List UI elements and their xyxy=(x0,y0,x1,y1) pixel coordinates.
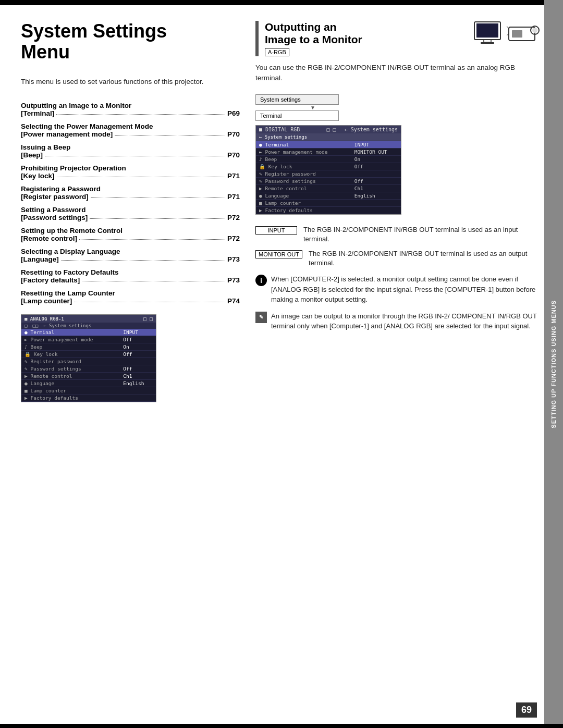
screenshot-right-logo: ■ DIGITAL RGB xyxy=(259,127,300,132)
toc-item: Outputting an Image to a Monitor[Termina… xyxy=(21,102,240,117)
header-accent xyxy=(255,21,259,56)
screenshot-left-table: ● TerminalINPUT► Power management modeOf… xyxy=(21,329,156,402)
toc-item: Prohibiting Projector Operation[Key lock… xyxy=(21,164,240,180)
toc-item: Issuing a Beep[Beep]P70 xyxy=(21,143,240,159)
table-row: ✎ Register password xyxy=(21,358,156,365)
table-row: ✎ Password settingsOff xyxy=(256,177,401,184)
table-row: ● LanguageEnglish xyxy=(256,192,401,199)
table-row: ■ Lamp counter xyxy=(21,387,156,394)
screenshot-right-titlebar: ■ DIGITAL RGB □ □ ← System settings xyxy=(256,126,401,133)
note-box: iWhen [COMPUTER-2] is selected, a monito… xyxy=(255,274,542,305)
table-row: ▶ Remote controlCh1 xyxy=(256,184,401,192)
svg-line-8 xyxy=(507,26,509,29)
table-row: ● LanguageEnglish xyxy=(21,380,156,387)
bottom-bar xyxy=(0,724,563,728)
intro-text: This menu is used to set various functio… xyxy=(21,77,240,87)
notes-area: iWhen [COMPUTER-2] is selected, a monito… xyxy=(255,274,542,331)
right-header: Outputting an Image to a Monitor A-RGB xyxy=(255,21,542,56)
screenshot-menubar: □ □□ ← System settings xyxy=(21,323,156,329)
warning-icon: i xyxy=(255,275,267,286)
page-title: System Settings Menu xyxy=(21,21,240,62)
table-row: ✎ Register password xyxy=(256,170,401,177)
table-row: ► Power management modeOff xyxy=(21,336,156,343)
nav-system-settings: System settings xyxy=(255,94,339,105)
table-row: ▶ Factory defaults xyxy=(21,394,156,402)
toc-item: Resetting the Lamp Counter[Lamp counter]… xyxy=(21,289,240,305)
table-row: 🔒 Key lockOff xyxy=(21,351,156,358)
monitor-icons xyxy=(472,21,542,46)
table-row: ♪ BeepOn xyxy=(21,343,156,351)
projector-icon xyxy=(507,21,542,46)
terminal-label-row: INPUTThe RGB IN-2/COMPONENT IN/RGB OUT t… xyxy=(255,225,542,244)
terminal-badge: INPUT xyxy=(255,226,297,235)
info-icon: ✎ xyxy=(255,312,267,323)
svg-rect-1 xyxy=(476,23,498,38)
table-row: ● TerminalINPUT xyxy=(256,141,401,148)
svg-rect-3 xyxy=(481,42,494,44)
toc-list: Outputting an Image to a Monitor[Termina… xyxy=(21,102,240,305)
screenshot-logo: ■ ANALOG RGB-1 xyxy=(25,316,64,322)
table-row: ✎ Password settingsOff xyxy=(21,365,156,373)
terminal-labels: INPUTThe RGB IN-2/COMPONENT IN/RGB OUT t… xyxy=(255,225,542,268)
table-row: ▶ Factory defaults xyxy=(256,206,401,214)
toc-item: Selecting a Display Language[Language]P7… xyxy=(21,248,240,263)
terminal-label-row: MONITOR OUTThe RGB IN-2/COMPONENT IN/RGB… xyxy=(255,249,542,268)
page-number: 69 xyxy=(516,702,537,718)
header-text: Outputting an Image to a Monitor A-RGB xyxy=(265,21,362,56)
right-desc: You can use the RGB IN-2/COMPONENT IN/RG… xyxy=(255,63,542,84)
side-tab: SETTING UP FUNCTIONS USING MENUS xyxy=(544,0,563,728)
right-column: Outputting an Image to a Monitor A-RGB xyxy=(255,21,542,402)
left-column: System Settings Menu This menu is used t… xyxy=(21,21,240,402)
screenshot-right-table: ← System settings● TerminalINPUT► Power … xyxy=(256,133,401,214)
table-row: ► Power management modeMONITOR OUT xyxy=(256,148,401,155)
monitor-icon xyxy=(472,21,503,46)
side-tab-text: SETTING UP FUNCTIONS USING MENUS xyxy=(550,300,557,428)
screenshot-right: ■ DIGITAL RGB □ □ ← System settings ← Sy… xyxy=(255,125,401,215)
toc-item: Selecting the Power Management Mode[Powe… xyxy=(21,122,240,138)
svg-rect-2 xyxy=(484,40,491,42)
table-row: ▶ Remote controlCh1 xyxy=(21,373,156,380)
terminal-desc: The RGB IN-2/COMPONENT IN/RGB OUT termin… xyxy=(309,249,542,268)
svg-rect-7 xyxy=(512,30,522,38)
toc-item: Setting up the Remote Control[Remote con… xyxy=(21,227,240,242)
nav-terminal: Terminal xyxy=(255,110,339,121)
window-controls: □ □ xyxy=(143,316,153,322)
screenshot-left-titlebar: ■ ANALOG RGB-1 □ □ xyxy=(21,315,156,323)
top-bar xyxy=(0,0,563,4)
note-text: An image can be output to a monitor thro… xyxy=(271,311,542,331)
terminal-desc: The RGB IN-2/COMPONENT IN/RGB OUT termin… xyxy=(303,225,542,244)
toc-item: Setting a Password[Password settings]P72 xyxy=(21,206,240,221)
right-heading: Outputting an Image to a Monitor xyxy=(265,21,362,46)
page-container: System Settings Menu This menu is used t… xyxy=(0,0,563,728)
header-title-block: Outputting an Image to a Monitor A-RGB xyxy=(255,21,362,56)
toc-item: Resetting to Factory Defaults[Factory de… xyxy=(21,268,240,284)
terminal-badge: MONITOR OUT xyxy=(255,250,302,258)
table-row: ■ Lamp counter xyxy=(256,199,401,206)
table-row: ● TerminalINPUT xyxy=(21,329,156,336)
screenshot-left: ■ ANALOG RGB-1 □ □ □ □□ ← System setting… xyxy=(21,314,156,402)
toc-item: Registering a Password[Register password… xyxy=(21,185,240,201)
window-controls-right: □ □ xyxy=(327,127,336,132)
note-box: ✎An image can be output to a monitor thr… xyxy=(255,311,542,331)
svg-point-6 xyxy=(532,28,537,33)
main-content: System Settings Menu This menu is used t… xyxy=(0,5,563,418)
nav-arrow: ▼ xyxy=(255,105,349,110)
table-row: 🔒 Key lockOff xyxy=(256,163,401,170)
a-rgb-badge: A-RGB xyxy=(265,48,289,56)
menu-nav: System settings ▼ Terminal xyxy=(255,94,349,121)
table-row: ♪ BeepOn xyxy=(256,155,401,163)
note-text: When [COMPUTER-2] is selected, a monitor… xyxy=(271,274,542,305)
